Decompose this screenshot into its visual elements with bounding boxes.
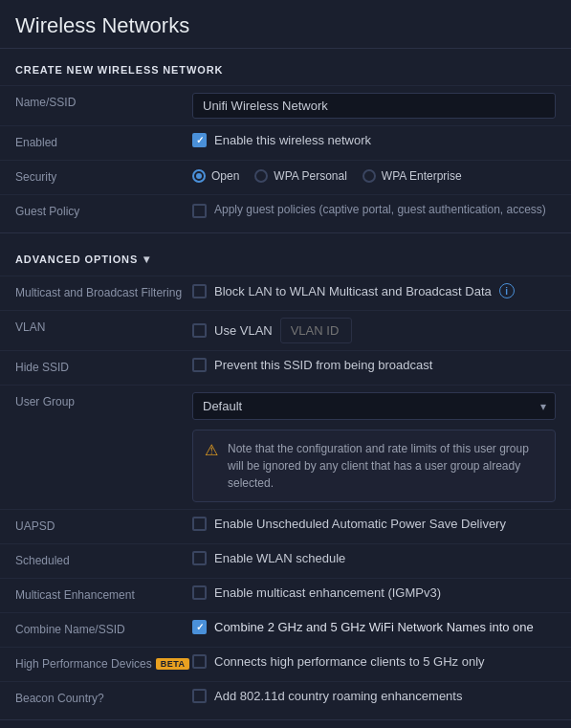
vlan-checkbox-wrapper[interactable]: Use VLAN	[192, 323, 273, 338]
security-wpa-personal-radio[interactable]	[254, 169, 268, 183]
vlan-id-input[interactable]	[280, 318, 352, 343]
enabled-label: Enabled	[15, 133, 192, 149]
security-wpa-personal-label: WPA Personal	[274, 169, 346, 183]
high-perf-checkbox-wrapper[interactable]: Connects high performance clients to 5 G…	[192, 654, 485, 669]
combine-checkbox[interactable]	[192, 620, 207, 634]
multicast-enhancement-row: Multicast Enhancement Enable multicast e…	[0, 578, 571, 612]
high-perf-row: High Performance Devices BETA Connects h…	[0, 647, 571, 681]
multicast-row: Multicast and Broadcast Filtering Block …	[0, 276, 571, 310]
beacon-checkbox[interactable]	[192, 689, 207, 703]
name-ssid-row: Name/SSID	[0, 85, 571, 125]
enabled-control: Enable this wireless network	[192, 133, 556, 147]
combine-row: Combine Name/SSID Combine 2 GHz and 5 GH…	[0, 612, 571, 647]
user-group-select-wrapper: Default ▾	[192, 392, 556, 420]
multicast-text: Block LAN to WLAN Multicast and Broadcas…	[214, 284, 492, 298]
scheduled-label: Scheduled	[15, 551, 192, 567]
name-ssid-label: Name/SSID	[15, 93, 192, 109]
hide-ssid-text: Prevent this SSID from being broadcast	[214, 358, 432, 372]
guest-policy-label: Guest Policy	[15, 202, 192, 218]
enabled-text: Enable this wireless network	[214, 133, 371, 147]
security-row: Security Open WPA Personal WPA Enterpris…	[0, 160, 571, 194]
enabled-checkbox[interactable]	[192, 133, 207, 147]
enabled-checkbox-wrapper[interactable]: Enable this wireless network	[192, 133, 371, 147]
security-open-label: Open	[211, 169, 239, 183]
vlan-checkbox[interactable]	[192, 323, 207, 338]
beacon-text: Add 802.11d country roaming enhancements	[214, 689, 462, 703]
scheduled-row: Scheduled Enable WLAN schedule	[0, 543, 571, 578]
enabled-row: Enabled Enable this wireless network	[0, 125, 571, 160]
beacon-checkbox-wrapper[interactable]: Add 802.11d country roaming enhancements	[192, 689, 462, 703]
multicast-checkbox[interactable]	[192, 284, 207, 298]
advanced-section-header[interactable]: ADVANCED OPTIONS ▾	[0, 237, 571, 276]
beacon-label: Beacon Country?	[15, 689, 192, 705]
hide-ssid-checkbox-wrapper[interactable]: Prevent this SSID from being broadcast	[192, 358, 432, 372]
advanced-chevron-down-icon: ▾	[143, 253, 150, 266]
multicast-control: Block LAN to WLAN Multicast and Broadcas…	[192, 283, 556, 298]
security-control: Open WPA Personal WPA Enterprise	[192, 167, 556, 183]
uapsd-control: Enable Unscheduled Automatic Power Save …	[192, 517, 556, 531]
hide-ssid-row: Hide SSID Prevent this SSID from being b…	[0, 350, 571, 385]
rate-controls-section-header[interactable]: 802.11 RATE AND BEACON CONTROLS ❯	[0, 724, 571, 728]
user-group-warning-text: Note that the configuration and rate lim…	[228, 440, 543, 492]
combine-control: Combine 2 GHz and 5 GHz WiFi Network Nam…	[192, 620, 556, 634]
vlan-label: VLAN	[15, 318, 192, 334]
multicast-enhancement-checkbox-wrapper[interactable]: Enable multicast enhancement (IGMPv3)	[192, 585, 441, 600]
beacon-row: Beacon Country? Add 802.11d country roam…	[0, 681, 571, 716]
combine-text: Combine 2 GHz and 5 GHz WiFi Network Nam…	[214, 620, 534, 634]
scheduled-control: Enable WLAN schedule	[192, 551, 556, 565]
scheduled-checkbox-wrapper[interactable]: Enable WLAN schedule	[192, 551, 345, 565]
security-wpa-enterprise-option[interactable]: WPA Enterprise	[362, 169, 462, 183]
vlan-text: Use VLAN	[214, 323, 273, 338]
uapsd-row: UAPSD Enable Unscheduled Automatic Power…	[0, 509, 571, 543]
high-perf-beta-badge: BETA	[156, 658, 190, 670]
high-perf-checkbox[interactable]	[192, 654, 207, 669]
guest-policy-control: Apply guest policies (captive portal, gu…	[192, 202, 556, 218]
security-wpa-enterprise-radio[interactable]	[362, 169, 376, 183]
user-group-row: User Group Default ▾ ⚠ Note that the con…	[0, 385, 571, 509]
uapsd-checkbox[interactable]	[192, 517, 207, 531]
guest-policy-checkbox[interactable]	[192, 204, 207, 218]
vlan-control: Use VLAN	[192, 318, 556, 343]
security-wpa-enterprise-label: WPA Enterprise	[382, 169, 462, 183]
beacon-control: Add 802.11d country roaming enhancements	[192, 689, 556, 703]
warning-triangle-icon: ⚠	[205, 441, 218, 459]
high-perf-label: High Performance Devices BETA	[15, 654, 192, 671]
hide-ssid-control: Prevent this SSID from being broadcast	[192, 358, 556, 372]
security-wpa-personal-option[interactable]: WPA Personal	[254, 169, 346, 183]
scheduled-text: Enable WLAN schedule	[214, 551, 345, 565]
multicast-info-icon[interactable]: i	[499, 283, 515, 298]
uapsd-checkbox-wrapper[interactable]: Enable Unscheduled Automatic Power Save …	[192, 517, 506, 531]
security-radio-group: Open WPA Personal WPA Enterprise	[192, 167, 462, 183]
multicast-label: Multicast and Broadcast Filtering	[15, 283, 192, 299]
multicast-enhancement-label: Multicast Enhancement	[15, 585, 192, 602]
multicast-enhancement-checkbox[interactable]	[192, 585, 207, 600]
guest-policy-text: Apply guest policies (captive portal, gu…	[214, 202, 546, 218]
vlan-row: VLAN Use VLAN	[0, 310, 571, 350]
multicast-checkbox-wrapper[interactable]: Block LAN to WLAN Multicast and Broadcas…	[192, 284, 492, 298]
guest-policy-checkbox-wrapper[interactable]: Apply guest policies (captive portal, gu…	[192, 202, 546, 218]
uapsd-text: Enable Unscheduled Automatic Power Save …	[214, 517, 506, 531]
hide-ssid-label: Hide SSID	[15, 358, 192, 374]
guest-policy-row: Guest Policy Apply guest policies (capti…	[0, 194, 571, 229]
create-section-header: CREATE NEW WIRELESS NETWORK	[0, 49, 571, 85]
user-group-control: Default ▾	[192, 392, 556, 420]
security-open-option[interactable]: Open	[192, 169, 239, 183]
high-perf-text: Connects high performance clients to 5 G…	[214, 654, 485, 669]
name-ssid-control	[192, 93, 556, 119]
page-title: Wireless Networks	[0, 0, 571, 49]
security-open-radio[interactable]	[192, 169, 206, 183]
high-perf-control: Connects high performance clients to 5 G…	[192, 654, 556, 669]
user-group-select[interactable]: Default	[192, 392, 556, 420]
multicast-enhancement-text: Enable multicast enhancement (IGMPv3)	[214, 585, 441, 600]
security-label: Security	[15, 167, 192, 184]
scheduled-checkbox[interactable]	[192, 551, 207, 565]
user-group-label: User Group	[15, 392, 192, 408]
combine-label: Combine Name/SSID	[15, 620, 192, 636]
multicast-enhancement-control: Enable multicast enhancement (IGMPv3)	[192, 585, 556, 600]
user-group-warning-box: ⚠ Note that the configuration and rate l…	[192, 430, 556, 502]
uapsd-label: UAPSD	[15, 517, 192, 533]
combine-checkbox-wrapper[interactable]: Combine 2 GHz and 5 GHz WiFi Network Nam…	[192, 620, 534, 634]
hide-ssid-checkbox[interactable]	[192, 358, 207, 372]
name-ssid-input[interactable]	[192, 93, 556, 119]
